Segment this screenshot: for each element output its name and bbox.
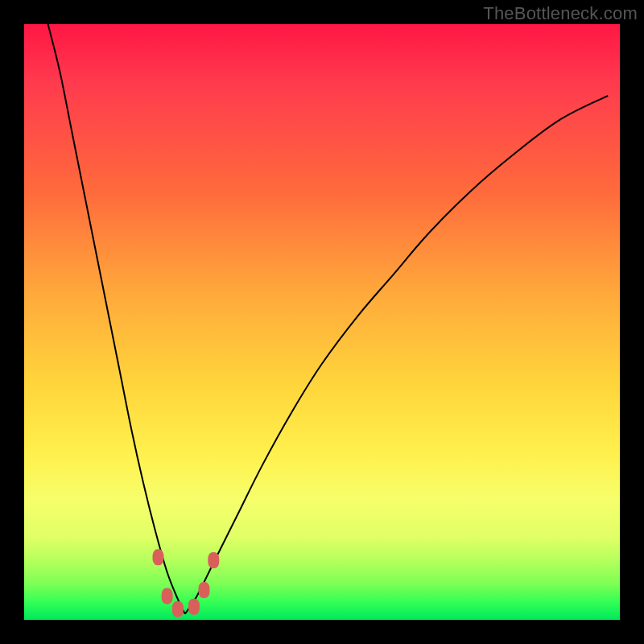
curve-left-branch xyxy=(48,24,185,614)
data-marker xyxy=(188,599,200,615)
outer-frame: TheBottleneck.com xyxy=(0,0,644,644)
data-marker xyxy=(153,549,164,565)
data-marker xyxy=(208,552,219,568)
data-marker xyxy=(162,588,173,604)
watermark-text: TheBottleneck.com xyxy=(483,3,638,24)
marker-group xyxy=(153,549,220,617)
plot-area xyxy=(24,24,620,620)
curve-layer xyxy=(24,24,620,620)
curve-right-branch xyxy=(185,96,608,614)
data-marker xyxy=(198,582,209,598)
data-marker xyxy=(172,601,184,617)
